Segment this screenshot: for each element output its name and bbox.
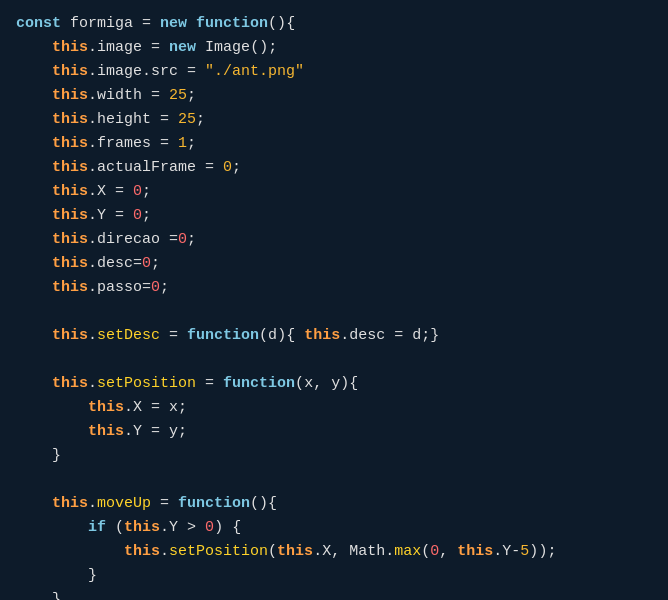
code-line-19: } (16, 444, 652, 468)
code-line-12: this.passo=0; (16, 276, 652, 300)
code-line-10: this.direcao =0; (16, 228, 652, 252)
code-line-4: this.width = 25; (16, 84, 652, 108)
code-line-8: this.X = 0; (16, 180, 652, 204)
code-editor: const formiga = new function(){ this.ima… (0, 0, 668, 600)
code-line-14: this.setDesc = function(d){ this.desc = … (16, 324, 652, 348)
code-line-6: this.frames = 1; (16, 132, 652, 156)
code-line-18: this.Y = y; (16, 420, 652, 444)
code-line-7: this.actualFrame = 0; (16, 156, 652, 180)
code-line-13 (16, 300, 652, 324)
code-line-2: this.image = new Image(); (16, 36, 652, 60)
code-line-24: } (16, 564, 652, 588)
code-line-21: this.moveUp = function(){ (16, 492, 652, 516)
code-line-5: this.height = 25; (16, 108, 652, 132)
code-line-16: this.setPosition = function(x, y){ (16, 372, 652, 396)
code-line-3: this.image.src = "./ant.png" (16, 60, 652, 84)
code-line-1: const formiga = new function(){ (16, 12, 652, 36)
code-line-25: } (16, 588, 652, 600)
code-line-11: this.desc=0; (16, 252, 652, 276)
code-line-17: this.X = x; (16, 396, 652, 420)
code-line-9: this.Y = 0; (16, 204, 652, 228)
code-line-22: if (this.Y > 0) { (16, 516, 652, 540)
code-line-23: this.setPosition(this.X, Math.max(0, thi… (16, 540, 652, 564)
code-line-20 (16, 468, 652, 492)
code-line-15 (16, 348, 652, 372)
